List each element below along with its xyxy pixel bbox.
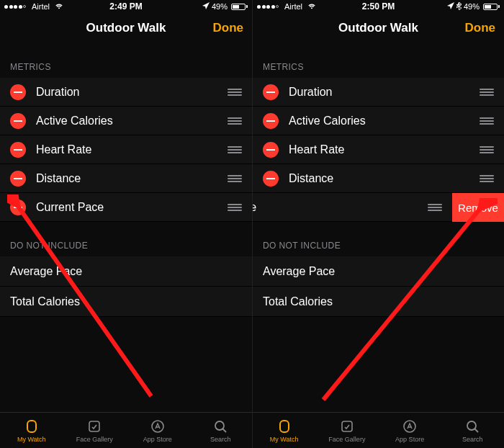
clock-text: 2:50 PM [362,1,395,12]
metric-row-swiped[interactable]: ent Pace Remove [253,193,504,222]
page-title: Outdoor Walk [86,21,166,35]
watch-icon [24,418,40,434]
svg-rect-3 [14,178,22,179]
metric-label: Distance [289,172,474,185]
tab-my-watch[interactable]: My Watch [253,413,315,448]
tab-my-watch[interactable]: My Watch [0,413,63,448]
reorder-handle-icon[interactable] [228,204,242,211]
reorder-handle-icon[interactable] [480,117,494,125]
svg-rect-4 [14,207,22,208]
svg-point-18 [467,421,476,430]
svg-rect-6 [89,421,99,431]
metrics-section-header: METRICS [0,43,252,78]
tab-label: My Watch [17,436,46,443]
reorder-handle-icon[interactable] [428,204,442,211]
delete-icon[interactable] [263,142,279,158]
metric-label: Duration [36,86,222,99]
delete-icon[interactable] [263,84,279,100]
page-title: Outdoor Walk [338,21,418,35]
reorder-handle-icon[interactable] [228,89,242,96]
screen-right: Airtel 2:50 PM 49% Outdoor Walk Done MET… [252,0,504,448]
metric-row[interactable]: Duration [0,78,252,107]
svg-rect-13 [266,149,275,151]
metric-row[interactable]: Active Calories [0,107,252,135]
clock-text: 2:49 PM [109,1,142,12]
status-bar: Airtel 2:49 PM 49% [0,0,252,13]
signal-icon [257,5,279,9]
metric-row[interactable]: Heart Rate [253,135,504,164]
done-button[interactable]: Done [213,21,244,35]
delete-icon[interactable] [10,171,26,187]
excluded-label: Average Pace [263,265,335,278]
tab-bar: My Watch Face Gallery App Store Search [0,412,252,448]
excluded-row[interactable]: Total Calories [0,287,252,317]
carrier-text: Airtel [284,2,302,11]
nav-header: Outdoor Walk Done [0,13,252,43]
svg-rect-0 [14,91,22,93]
battery-icon [230,4,248,10]
delete-icon[interactable] [10,142,26,158]
metric-row[interactable]: Duration [253,78,504,107]
metric-label: Active Calories [289,115,474,127]
tab-label: Search [462,436,483,443]
screen-left: Airtel 2:49 PM 49% Outdoor Walk Done MET… [0,0,252,448]
app-store-icon [402,418,418,434]
metric-row[interactable]: Current Pace [0,193,252,222]
reorder-handle-icon[interactable] [228,117,242,125]
search-icon [464,418,480,434]
tab-search[interactable]: Search [441,413,504,448]
remove-button[interactable]: Remove [452,193,504,222]
tab-label: App Store [143,436,172,443]
excluded-row[interactable]: Average Pace [0,256,252,287]
tab-label: Face Gallery [328,436,365,443]
reorder-handle-icon[interactable] [228,175,242,182]
reorder-handle-icon[interactable] [480,89,494,96]
battery-icon [482,4,500,10]
watch-icon [276,418,292,434]
done-button[interactable]: Done [465,21,496,35]
metric-label: Heart Rate [289,143,474,156]
reorder-handle-icon[interactable] [228,146,242,153]
svg-rect-16 [342,421,352,431]
nav-header: Outdoor Walk Done [253,13,504,43]
metric-row[interactable]: Active Calories [253,107,504,135]
delete-icon[interactable] [263,171,279,187]
svg-rect-15 [280,421,289,432]
metric-label: Heart Rate [36,143,222,156]
face-gallery-icon [86,418,102,434]
tab-face-gallery[interactable]: Face Gallery [315,413,378,448]
metric-row[interactable]: Distance [253,164,504,193]
tab-label: App Store [395,436,424,443]
metric-row[interactable]: Distance [0,164,252,193]
delete-icon[interactable] [10,200,26,215]
metric-label: Distance [36,172,222,185]
metric-row[interactable]: Heart Rate [0,135,252,164]
tab-face-gallery[interactable]: Face Gallery [63,413,127,448]
tab-search[interactable]: Search [189,413,253,448]
tab-app-store[interactable]: App Store [126,413,189,448]
location-icon [202,2,210,11]
svg-line-19 [475,429,479,432]
svg-line-9 [223,429,227,432]
tab-label: My Watch [270,436,299,443]
reorder-handle-icon[interactable] [480,175,494,182]
location-icon [447,2,454,11]
reorder-handle-icon[interactable] [480,146,494,153]
battery-pct: 49% [464,2,480,11]
delete-icon[interactable] [10,113,26,129]
tab-app-store[interactable]: App Store [379,413,441,448]
excluded-label: Total Calories [263,295,333,308]
excluded-row[interactable]: Total Calories [253,287,504,317]
status-bar: Airtel 2:50 PM 49% [253,0,504,13]
delete-icon[interactable] [263,113,279,129]
excluded-row[interactable]: Average Pace [253,256,504,287]
metric-label: ent Pace [252,201,422,214]
signal-icon [4,5,26,9]
carrier-text: Airtel [32,2,50,11]
delete-icon[interactable] [10,84,26,100]
battery-pct: 49% [212,2,228,11]
face-gallery-icon [339,418,355,434]
tab-label: Face Gallery [76,436,113,443]
tab-label: Search [210,436,231,443]
metric-label: Active Calories [36,115,222,127]
